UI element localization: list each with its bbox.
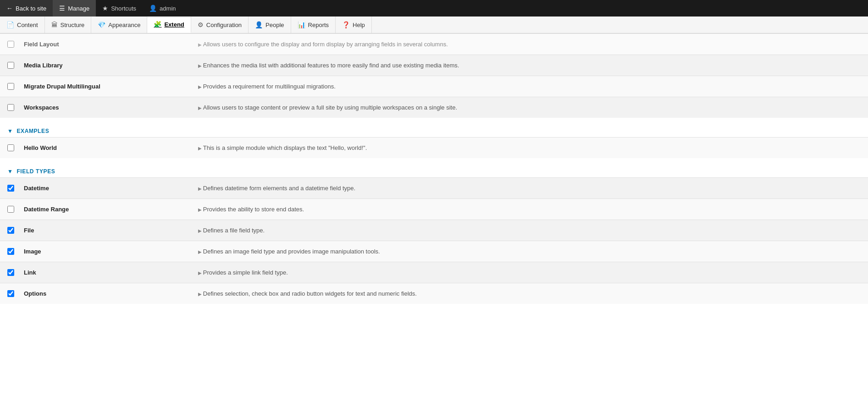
nav-configuration[interactable]: ⚙ Configuration xyxy=(191,17,249,33)
shortcuts-menu[interactable]: ★ Shortcuts xyxy=(96,0,143,17)
module-row-options: Options Defines selection, check box and… xyxy=(0,283,868,304)
nav-structure[interactable]: 🏛 Structure xyxy=(45,17,92,33)
module-name-hello-world: Hello World xyxy=(24,144,198,151)
checkbox-datetime[interactable] xyxy=(7,185,14,192)
appearance-icon: 💎 xyxy=(98,21,105,28)
module-desc-file: Defines a file field type. xyxy=(198,227,861,234)
manage-icon: ☰ xyxy=(59,5,65,12)
module-name-options: Options xyxy=(24,290,198,297)
reports-icon: 📊 xyxy=(298,21,305,28)
module-name-workspaces: Workspaces xyxy=(24,104,198,111)
module-desc-field-layout: Allows users to configure the display an… xyxy=(198,41,861,48)
checkbox-hello-world[interactable] xyxy=(7,144,14,151)
back-arrow-icon: ← xyxy=(6,5,13,12)
checkbox-field-layout[interactable] xyxy=(7,41,14,48)
module-row-media-library: Media Library Enhances the media list wi… xyxy=(0,55,868,76)
module-name-migrate-drupal-multilingual: Migrate Drupal Multilingual xyxy=(24,83,198,90)
module-name-field-layout: Field Layout xyxy=(24,41,198,48)
checkbox-image[interactable] xyxy=(7,248,14,255)
help-icon: ❓ xyxy=(342,21,350,28)
nav-appearance[interactable]: 💎 Appearance xyxy=(91,17,147,33)
module-row-datetime-range: Datetime Range Provides the ability to s… xyxy=(0,198,868,220)
checkbox-options[interactable] xyxy=(7,290,14,297)
checkbox-datetime-range[interactable] xyxy=(7,206,14,213)
module-desc-migrate-drupal-multilingual: Provides a requirement for multilingual … xyxy=(198,83,861,90)
manage-menu[interactable]: ☰ Manage xyxy=(53,0,96,17)
structure-icon: 🏛 xyxy=(51,21,58,28)
content-icon: 📄 xyxy=(6,21,14,28)
module-name-image: Image xyxy=(24,248,198,255)
checkbox-file[interactable] xyxy=(7,227,14,234)
module-desc-media-library: Enhances the media list with additional … xyxy=(198,62,861,69)
module-desc-datetime: Defines datetime form elements and a dat… xyxy=(198,185,861,192)
module-row-link: Link Provides a simple link field type. xyxy=(0,262,868,283)
module-desc-hello-world: This is a simple module which displays t… xyxy=(198,144,861,151)
nav-content[interactable]: 📄 Content xyxy=(0,17,45,33)
checkbox-link[interactable] xyxy=(7,269,14,276)
section-header-field-types[interactable]: ▼ FIELD TYPES xyxy=(0,164,868,177)
module-row-image: Image Defines an image field type and pr… xyxy=(0,241,868,262)
nav-reports[interactable]: 📊 Reports xyxy=(291,17,336,33)
checkbox-migrate-drupal-multilingual[interactable] xyxy=(7,83,14,90)
module-name-datetime: Datetime xyxy=(24,185,198,192)
checkbox-workspaces[interactable] xyxy=(7,104,14,111)
section-arrow-field-types: ▼ xyxy=(7,168,13,175)
module-row-workspaces: Workspaces Allows users to stage content… xyxy=(0,97,868,118)
people-icon: 👤 xyxy=(255,21,263,28)
nav-people[interactable]: 👤 People xyxy=(249,17,291,33)
module-name-file: File xyxy=(24,227,198,234)
module-desc-datetime-range: Provides the ability to store end dates. xyxy=(198,206,861,213)
module-row-file: File Defines a file field type. xyxy=(0,220,868,241)
module-desc-workspaces: Allows users to stage content or preview… xyxy=(198,104,861,111)
spacer-examples xyxy=(0,118,868,123)
user-icon: 👤 xyxy=(149,5,157,12)
module-name-link: Link xyxy=(24,269,198,276)
checkbox-cell-field-layout[interactable] xyxy=(7,41,24,48)
admin-bar: ← Back to site ☰ Manage ★ Shortcuts 👤 ad… xyxy=(0,0,868,17)
module-row-hello-world: Hello World This is a simple module whic… xyxy=(0,137,868,158)
module-desc-link: Provides a simple link field type. xyxy=(198,269,861,276)
star-icon: ★ xyxy=(102,5,108,12)
nav-help[interactable]: ❓ Help xyxy=(336,17,372,33)
main-content: Field Layout Allows users to configure t… xyxy=(0,33,868,304)
module-row-datetime: Datetime Defines datetime form elements … xyxy=(0,177,868,198)
module-name-media-library: Media Library xyxy=(24,62,198,69)
nav-extend[interactable]: 🧩 Extend xyxy=(147,17,191,33)
nav-bar: 📄 Content 🏛 Structure 💎 Appearance 🧩 Ext… xyxy=(0,17,868,33)
section-arrow-examples: ▼ xyxy=(7,128,13,134)
module-desc-options: Defines selection, check box and radio b… xyxy=(198,290,861,297)
checkbox-media-library[interactable] xyxy=(7,62,14,69)
spacer-field-types xyxy=(0,158,868,164)
module-name-datetime-range: Datetime Range xyxy=(24,206,198,213)
section-header-examples[interactable]: ▼ EXAMPLES xyxy=(0,123,868,137)
extend-icon: 🧩 xyxy=(154,21,161,28)
admin-user[interactable]: 👤 admin xyxy=(143,0,182,17)
back-to-site[interactable]: ← Back to site xyxy=(0,0,53,17)
module-desc-image: Defines an image field type and provides… xyxy=(198,248,861,255)
module-row-field-layout: Field Layout Allows users to configure t… xyxy=(0,33,868,55)
configuration-icon: ⚙ xyxy=(198,21,204,28)
module-row-migrate-drupal-multilingual: Migrate Drupal Multilingual Provides a r… xyxy=(0,76,868,97)
